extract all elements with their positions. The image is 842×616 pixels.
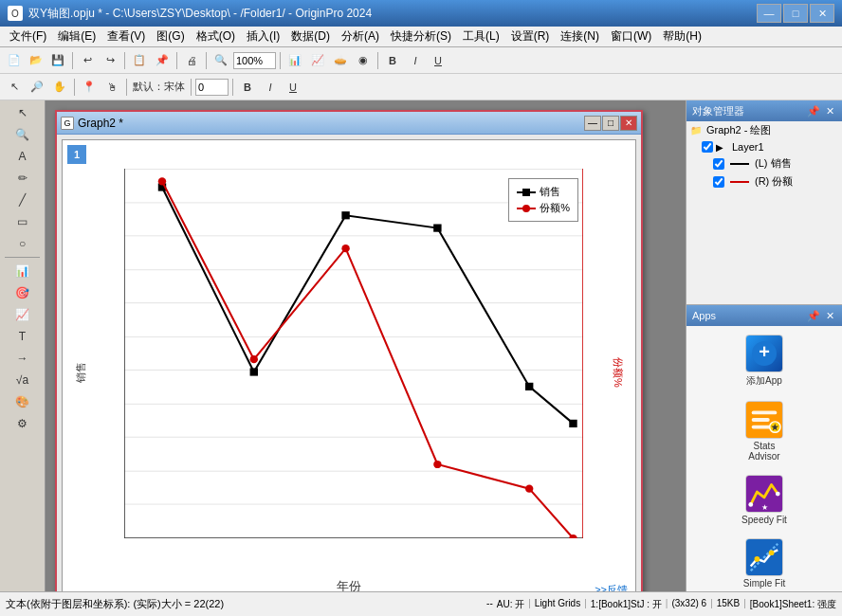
obj-sales-series[interactable]: (L) 销售 [686, 154, 842, 172]
text-italic[interactable]: I [260, 77, 281, 98]
add-app-item[interactable]: + 添加App [690, 330, 838, 392]
pointer-tool[interactable]: ↖ [4, 77, 25, 98]
graph-maximize[interactable]: □ [602, 116, 619, 131]
svg-point-46 [250, 355, 258, 363]
minimize-button[interactable]: — [757, 4, 781, 23]
graph-window: G Graph2 * — □ ✕ 1 销售 [55, 110, 643, 591]
zoom-tool[interactable]: 🔎 [27, 77, 47, 98]
menu-help[interactable]: 帮助(H) [657, 27, 707, 46]
undo-button[interactable]: ↩ [77, 50, 98, 71]
status-sep3: | [666, 598, 668, 611]
status-size: (3x32) 6 [671, 598, 706, 611]
chart-scatter[interactable]: ◉ [353, 50, 374, 71]
layer1-checkbox[interactable] [702, 141, 713, 153]
tool-t[interactable]: T [8, 326, 38, 347]
print-button[interactable]: 🖨 [181, 50, 202, 71]
svg-rect-42 [433, 225, 441, 232]
main-layout: ↖ 🔍 A ✏ ╱ ▭ ○ 📊 🎯 📈 T → √a 🎨 ⚙ G Graph2 … [0, 100, 842, 591]
tool-picker[interactable]: 🎯 [8, 282, 38, 303]
menu-window[interactable]: 窗口(W) [605, 27, 657, 46]
graph-title: Graph2 * [78, 117, 123, 130]
speedy-fit-item[interactable]: ★ Speedy Fit [690, 470, 838, 530]
obj-graph-folder[interactable]: 📁 Graph2 - 绘图 [686, 121, 842, 139]
x-axis-label: 年份 [337, 578, 361, 591]
toolbar-1: 📄 📂 💾 ↩ ↪ 📋 📌 🖨 🔍 📊 📈 🥧 ◉ B I U [0, 47, 842, 74]
title-bar-left: O 双Y轴图.opju * - C:\Users\ZSY\Desktop\ - … [8, 6, 372, 22]
tool-formula[interactable]: √a [8, 370, 38, 390]
menu-insert[interactable]: 插入(I) [241, 27, 285, 46]
menu-analysis[interactable]: 分析(A) [336, 27, 385, 46]
font-size-input[interactable] [195, 79, 229, 96]
new-button[interactable]: 📄 [4, 50, 25, 71]
svg-rect-52 [522, 189, 530, 196]
apps-close-button[interactable]: ✕ [824, 310, 836, 322]
graph-minimize[interactable]: — [584, 116, 601, 131]
italic-button[interactable]: I [405, 50, 426, 71]
zoom-100[interactable]: 🔍 [210, 50, 231, 71]
tool-line[interactable]: ╱ [8, 190, 38, 210]
tool-pointer[interactable]: ↖ [8, 102, 38, 123]
text-underline[interactable]: U [283, 77, 303, 98]
paste-button[interactable]: 📌 [152, 50, 173, 71]
tool-circle[interactable]: ○ [8, 233, 38, 254]
menu-tools[interactable]: 工具(L) [457, 27, 505, 46]
chart-pie[interactable]: 🥧 [330, 50, 351, 71]
status-text: 文本(依附于图层和坐标系): (实际)大小 = 22(22) [6, 598, 224, 609]
menu-quick-analysis[interactable]: 快捷分析(S) [385, 27, 457, 46]
tool-arrow[interactable]: → [8, 348, 38, 369]
panel-close-button[interactable]: ✕ [824, 105, 836, 118]
layer1-label: Layer1 [732, 141, 764, 153]
menu-data[interactable]: 数据(D) [285, 27, 336, 46]
status-sep4: | [710, 598, 713, 611]
graph-close[interactable]: ✕ [620, 116, 637, 131]
zoom-input[interactable] [233, 52, 276, 69]
obj-layer1[interactable]: ▶ Layer1 [686, 139, 842, 154]
apps-pin-button[interactable]: 📌 [805, 310, 822, 322]
screen-reader[interactable]: 🖱 [101, 77, 122, 98]
redo-button[interactable]: ↪ [100, 50, 120, 71]
tool-palette[interactable]: 🎨 [8, 391, 38, 412]
tool-data[interactable]: 📊 [8, 261, 38, 281]
tool-rect[interactable]: ▭ [8, 211, 38, 232]
menu-format[interactable]: 格式(O) [191, 27, 241, 46]
svg-rect-43 [525, 383, 533, 390]
tool-text[interactable]: A [8, 146, 38, 167]
close-button[interactable]: ✕ [810, 4, 834, 23]
sep2 [124, 52, 125, 69]
sales-series-label: (L) 销售 [755, 156, 792, 171]
menu-edit[interactable]: 编辑(E) [52, 27, 101, 46]
text-bold[interactable]: B [237, 77, 258, 98]
sidetools-sep [5, 257, 41, 258]
sales-checkbox[interactable] [713, 158, 724, 170]
svg-point-65 [776, 492, 780, 497]
tool-draw[interactable]: ✏ [8, 168, 38, 189]
status-sheet: [Book1]Sheet1: 强度 [750, 598, 836, 611]
simple-fit-item[interactable]: Simple Fit [690, 534, 838, 591]
stats-advisor-item[interactable]: ★ StatsAdvisor [690, 396, 838, 466]
menu-settings[interactable]: 设置(R) [505, 27, 556, 46]
chart-bar[interactable]: 📊 [284, 50, 305, 71]
pan-tool[interactable]: ✋ [49, 77, 70, 98]
copy-button[interactable]: 📋 [129, 50, 150, 71]
menu-file[interactable]: 文件(F) [4, 27, 52, 46]
share-checkbox[interactable] [713, 176, 724, 188]
underline-button[interactable]: U [428, 50, 448, 71]
tool-settings[interactable]: ⚙ [8, 413, 38, 434]
save-button[interactable]: 💾 [47, 50, 68, 71]
chart-line[interactable]: 📈 [307, 50, 328, 71]
feedback-link[interactable]: >>反馈 [595, 583, 628, 591]
svg-text:+: + [759, 341, 770, 362]
tool-zoom[interactable]: 🔍 [8, 124, 38, 145]
tool-graph[interactable]: 📈 [8, 304, 38, 325]
menu-connect[interactable]: 连接(N) [555, 27, 605, 46]
obj-share-series[interactable]: (R) 份额 [686, 172, 842, 190]
data-reader[interactable]: 📍 [79, 77, 100, 98]
menu-view[interactable]: 查看(V) [101, 27, 151, 46]
open-button[interactable]: 📂 [26, 50, 46, 71]
svg-rect-59 [752, 418, 770, 422]
menu-graph[interactable]: 图(G) [151, 27, 190, 46]
bold-button[interactable]: B [382, 50, 403, 71]
status-left: 文本(依附于图层和坐标系): (实际)大小 = 22(22) [6, 597, 479, 611]
maximize-button[interactable]: □ [783, 4, 808, 23]
panel-pin-button[interactable]: 📌 [805, 105, 822, 118]
